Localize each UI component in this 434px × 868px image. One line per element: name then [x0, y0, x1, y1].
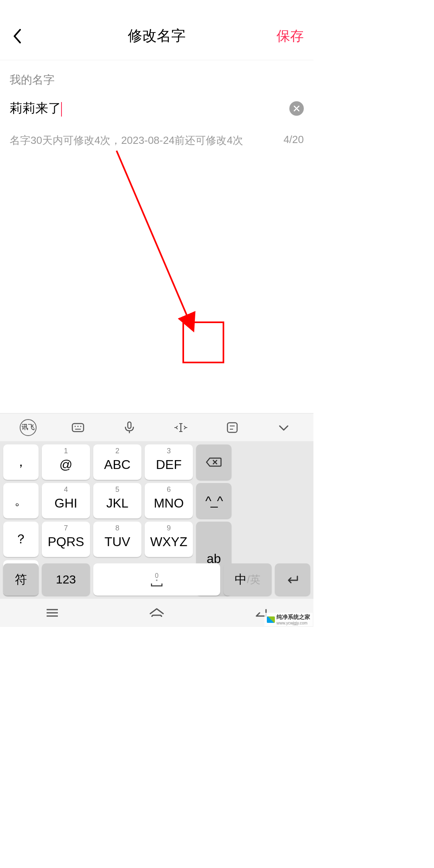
- cursor-move-icon[interactable]: [171, 418, 191, 438]
- svg-point-3: [75, 426, 76, 427]
- char-counter: 4/20: [283, 133, 304, 147]
- watermark: 纯净系统之家 www.ycwjgjy.com: [264, 613, 313, 626]
- key-9-wxyz[interactable]: 9WXYZ: [145, 522, 193, 557]
- svg-line-1: [117, 151, 193, 330]
- name-value: 莉莉来了: [10, 101, 61, 115]
- svg-rect-12: [227, 423, 237, 432]
- nav-home[interactable]: [147, 603, 167, 623]
- svg-rect-2: [72, 424, 84, 432]
- text-cursor: [61, 102, 62, 117]
- clipboard-icon[interactable]: [222, 418, 242, 438]
- watermark-url: www.ycwjgjy.com: [276, 621, 310, 625]
- key-symbol[interactable]: 符: [3, 563, 39, 596]
- key-question[interactable]: ？: [3, 522, 39, 557]
- key-2-abc[interactable]: 2ABC: [93, 444, 141, 480]
- key-8-tuv[interactable]: 8TUV: [93, 522, 141, 557]
- key-lang-switch[interactable]: 中/英: [223, 563, 272, 596]
- xunfei-icon[interactable]: 讯飞: [20, 419, 37, 436]
- mic-icon[interactable]: [119, 418, 139, 438]
- page-title: 修改名字: [128, 26, 186, 46]
- svg-point-5: [80, 426, 82, 427]
- hint-text: 名字30天内可修改4次，2023-08-24前还可修改4次: [10, 133, 243, 147]
- key-123[interactable]: 123: [42, 563, 90, 596]
- svg-point-4: [78, 426, 79, 427]
- key-enter[interactable]: [275, 563, 310, 596]
- key-space[interactable]: 0: [93, 563, 220, 596]
- key-7-pqrs[interactable]: 7PQRS: [42, 522, 90, 557]
- save-button[interactable]: 保存: [276, 27, 304, 45]
- key-5-jkl[interactable]: 5JKL: [93, 483, 141, 518]
- key-comma[interactable]: ，: [3, 444, 39, 480]
- key-4-ghi[interactable]: 4GHI: [42, 483, 90, 518]
- clear-button[interactable]: [289, 101, 304, 116]
- key-emoji[interactable]: ^_^: [196, 483, 231, 518]
- key-period[interactable]: 。: [3, 483, 39, 518]
- annotation-highlight-box: [182, 321, 224, 363]
- field-label: 我的名字: [10, 72, 304, 88]
- back-button[interactable]: [10, 28, 26, 44]
- annotation-arrow: [113, 149, 217, 342]
- key-6-mno[interactable]: 6MNO: [145, 483, 193, 518]
- key-3-def[interactable]: 3DEF: [145, 444, 193, 480]
- svg-rect-7: [128, 422, 131, 428]
- keyboard-icon[interactable]: [68, 418, 88, 438]
- keyboard: 讯飞 ， 1@ 2ABC 3DEF 。 4GHI 5JK: [0, 413, 313, 627]
- svg-point-15: [156, 579, 158, 581]
- name-input[interactable]: 莉莉来了: [10, 100, 62, 117]
- collapse-keyboard-icon[interactable]: [274, 418, 294, 438]
- key-backspace[interactable]: [196, 444, 231, 480]
- nav-recent[interactable]: [42, 603, 62, 623]
- watermark-text: 纯净系统之家: [276, 614, 310, 621]
- key-1-at[interactable]: 1@: [42, 444, 90, 480]
- watermark-logo-icon: [267, 616, 275, 623]
